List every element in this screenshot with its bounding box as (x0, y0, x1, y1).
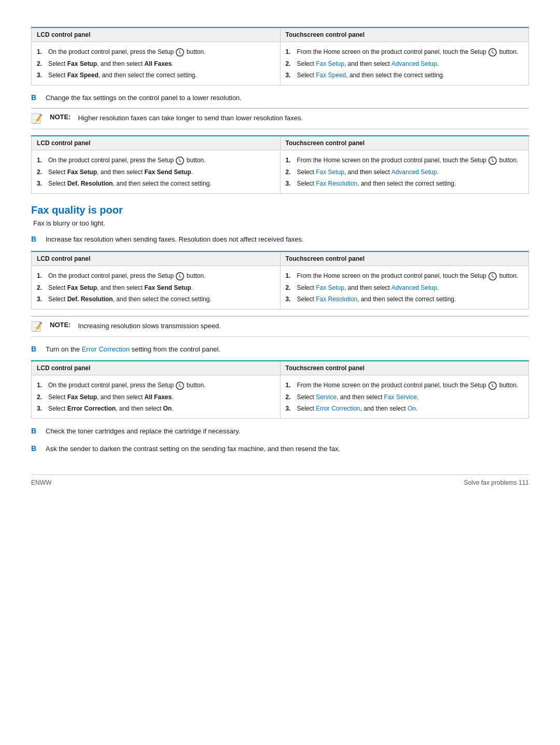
table3: LCD control panel Touchscreen control pa… (31, 251, 529, 310)
table-row: 2. Select Fax Setup, and then select All… (37, 392, 275, 402)
table-row: 1. On the product control panel, press t… (37, 156, 275, 165)
footer-left: ENWW (31, 479, 51, 486)
table1: LCD control panel Touchscreen control pa… (31, 27, 529, 86)
table2-col2-header: Touchscreen control panel (280, 136, 529, 150)
section-b1: B Change the fax settings on the control… (31, 93, 529, 103)
table1-col2-header: Touchscreen control panel (280, 27, 529, 42)
section-b2: B Increase fax resolution when sending f… (31, 234, 529, 245)
footer-right: Solve fax problems 111 (464, 479, 529, 486)
table-row: 1. On the product control panel, press t… (37, 381, 275, 390)
table2-col1-header: LCD control panel (32, 136, 281, 150)
advanced-setup-link[interactable]: Advanced Setup (391, 60, 437, 67)
b-text-4: Check the toner cartridges and replace t… (46, 426, 241, 437)
b-marker-3: B (31, 344, 40, 355)
section-subtext: Fax is blurry or too light. (31, 219, 529, 227)
advanced-setup-link2[interactable]: Advanced Setup (391, 168, 437, 176)
note-box-1: 📝 NOTE: Higher resolution faxes can take… (31, 108, 529, 129)
table1-col2-steps: 1. From the Home screen on the product c… (280, 42, 529, 86)
setup-wrench-icon (175, 48, 185, 57)
section-b5: B Ask the sender to darken the contrast … (31, 444, 529, 454)
section-b4: B Check the toner cartridges and replace… (31, 426, 529, 437)
error-correction-link[interactable]: Error Correction (82, 345, 130, 353)
service-link[interactable]: Service (316, 393, 337, 401)
b-text-3: Turn on the Error Correction setting fro… (46, 344, 220, 355)
setup-wrench-icon5 (175, 272, 185, 281)
table-row: 3. Select Error Correction, and then sel… (37, 404, 275, 413)
setup-wrench-icon4 (488, 156, 497, 165)
table4-col2-steps: 1. From the Home screen on the product c… (280, 375, 529, 419)
fax-setup-link2[interactable]: Fax Setup (316, 168, 344, 176)
table3-col2-steps: 1. From the Home screen on the product c… (280, 265, 529, 309)
table3-col1-header: LCD control panel (32, 251, 281, 266)
table-row: 2. Select Fax Setup, and then select Adv… (286, 283, 524, 292)
table1-col1-header: LCD control panel (32, 27, 281, 42)
page-footer: ENWW Solve fax problems 111 (31, 474, 529, 486)
b-text-2: Increase fax resolution when sending fax… (46, 234, 304, 245)
note-box-2: 📝 NOTE: Increasing resolution slows tran… (31, 316, 529, 337)
fax-setup-link[interactable]: Fax Setup (316, 60, 344, 67)
fax-service-link[interactable]: Fax Service (384, 393, 417, 401)
setup-wrench-icon7 (175, 381, 185, 390)
table-row: 2. Select Service, and then select Fax S… (286, 392, 524, 402)
setup-wrench-icon8 (488, 381, 497, 390)
section-b3: B Turn on the Error Correction setting f… (31, 344, 529, 355)
table-row: 1. From the Home screen on the product c… (286, 156, 524, 165)
section-heading: Fax quality is poor (31, 204, 529, 216)
table-row: 1. From the Home screen on the product c… (286, 271, 524, 281)
table-row: 3. Select Fax Resolution, and then selec… (286, 294, 524, 304)
table-row: 1. From the Home screen on the product c… (286, 47, 524, 57)
table-row: 2. Select Fax Setup, and then select Adv… (286, 59, 524, 68)
fax-setup-link3[interactable]: Fax Setup (316, 284, 344, 291)
table-row: 3. Select Fax Resolution, and then selec… (286, 179, 524, 188)
b-marker-1: B (31, 93, 40, 103)
table4-col1-header: LCD control panel (32, 361, 281, 375)
table-row: 2. Select Fax Setup, and then select Fax… (37, 167, 275, 177)
table-row: 3. Select Error Correction, and then sel… (286, 404, 524, 413)
table-row: 3. Select Fax Speed, and then select the… (37, 71, 275, 80)
note-icon-1: 📝 (31, 113, 46, 124)
table4-col1-steps: 1. On the product control panel, press t… (32, 375, 281, 419)
b-marker-5: B (31, 444, 40, 454)
note-label-1: NOTE: (50, 113, 71, 121)
note-label-2: NOTE: (50, 321, 71, 329)
b-text-1: Change the fax settings on the control p… (46, 93, 242, 103)
table-row: 1. On the product control panel, press t… (37, 271, 275, 281)
table2-col2-steps: 1. From the Home screen on the product c… (280, 150, 529, 194)
table4: LCD control panel Touchscreen control pa… (31, 360, 529, 419)
table2: LCD control panel Touchscreen control pa… (31, 135, 529, 194)
on-link[interactable]: On (408, 405, 416, 412)
fax-resolution-link[interactable]: Fax Resolution (316, 180, 357, 187)
table-row: 1. From the Home screen on the product c… (286, 381, 524, 390)
table3-col1-steps: 1. On the product control panel, press t… (32, 265, 281, 309)
b-text-5: Ask the sender to darken the contrast se… (46, 444, 340, 454)
b-marker-4: B (31, 426, 40, 437)
table-row: 1. On the product control panel, press t… (37, 47, 275, 57)
fax-resolution-link2[interactable]: Fax Resolution (316, 296, 357, 303)
table-row: 2. Select Fax Setup, and then select Adv… (286, 167, 524, 177)
table3-col2-header: Touchscreen control panel (280, 251, 529, 266)
b-marker-2: B (31, 234, 40, 245)
table-row: 3. Select Def. Resolution, and then sele… (37, 294, 275, 304)
note-text-1: Higher resolution faxes can take longer … (78, 113, 303, 123)
setup-wrench-icon6 (488, 272, 497, 281)
setup-wrench-icon2 (488, 48, 497, 57)
fax-speed-link[interactable]: Fax Speed (316, 72, 346, 79)
setup-wrench-icon3 (175, 156, 185, 165)
note-text-2: Increasing resolution slows transmission… (78, 321, 220, 331)
table-row: 2. Select Fax Setup, and then select Fax… (37, 283, 275, 292)
note-icon-2: 📝 (31, 321, 46, 332)
table-row: 2. Select Fax Setup, and then select All… (37, 59, 275, 68)
advanced-setup-link3[interactable]: Advanced Setup (391, 284, 437, 291)
error-correction-link2[interactable]: Error Correction (316, 405, 360, 412)
table-row: 3. Select Fax Speed, and then select the… (286, 71, 524, 80)
table1-col1-steps: 1. On the product control panel, press t… (32, 42, 281, 86)
table4-col2-header: Touchscreen control panel (280, 361, 529, 375)
table2-col1-steps: 1. On the product control panel, press t… (32, 150, 281, 194)
table-row: 3. Select Def. Resolution, and then sele… (37, 179, 275, 188)
